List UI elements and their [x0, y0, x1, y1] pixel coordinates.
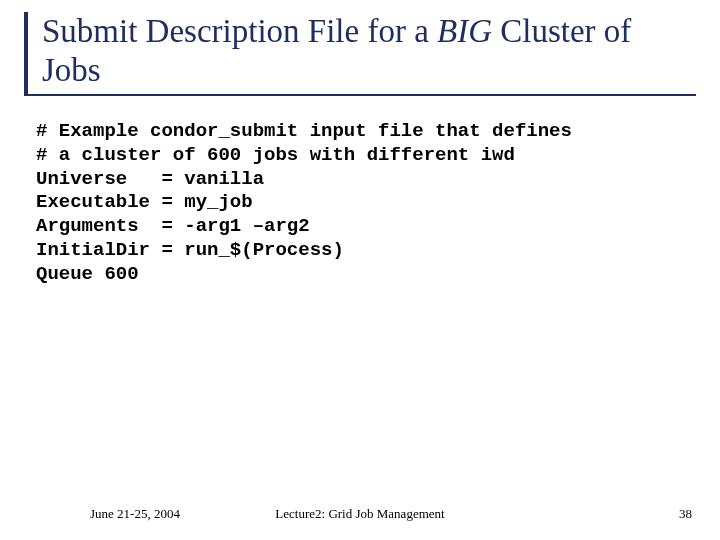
code-line-3: Universe = vanilla: [36, 168, 264, 190]
code-line-2: # a cluster of 600 jobs with different i…: [36, 144, 515, 166]
title-prefix: Submit Description File for a: [42, 13, 437, 49]
footer-lecture: Lecture2: Grid Job Management: [0, 506, 720, 522]
code-line-5: Arguments = -arg1 –arg2: [36, 215, 310, 237]
code-line-1: # Example condor_submit input file that …: [36, 120, 572, 142]
code-line-7: Queue 600: [36, 263, 139, 285]
slide: Submit Description File for a BIG Cluste…: [0, 0, 720, 540]
footer-page-number: 38: [679, 506, 692, 522]
code-line-4: Executable = my_job: [36, 191, 253, 213]
title-italic: BIG: [437, 13, 492, 49]
slide-title: Submit Description File for a BIG Cluste…: [42, 12, 696, 90]
code-line-6: InitialDir = run_$(Process): [36, 239, 344, 261]
code-block: # Example condor_submit input file that …: [36, 120, 684, 286]
title-container: Submit Description File for a BIG Cluste…: [24, 12, 696, 96]
